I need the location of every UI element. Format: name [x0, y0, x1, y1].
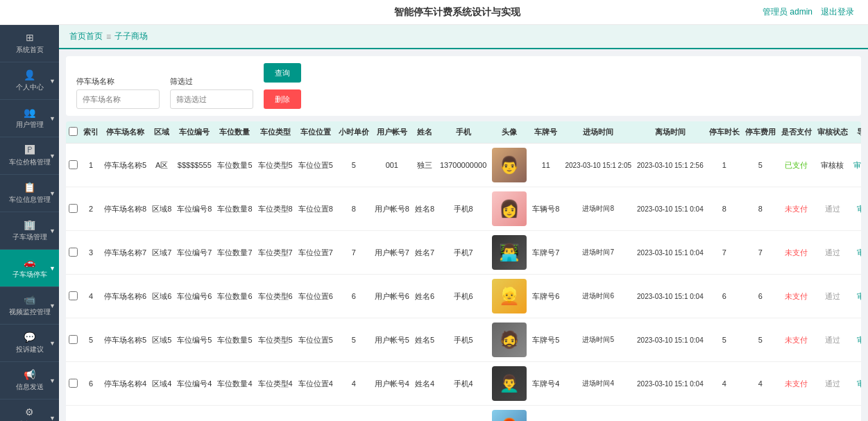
row-nickname: 姓名6 [412, 275, 437, 318]
th-space-type: 车位类型 [255, 121, 296, 144]
row-area: 区域5 [149, 318, 174, 362]
row-space-no: 车位编号5 [174, 318, 214, 362]
row-checkbox[interactable] [69, 379, 78, 388]
sidebar-item-sub-parking[interactable]: 🚗 子车场停车 ▼ [0, 250, 59, 287]
arrow-icon-8: ▼ [49, 340, 56, 347]
row-checkbox[interactable] [69, 160, 78, 169]
avatar: 👨 [492, 148, 527, 182]
import-link[interactable]: 审核核 [853, 161, 861, 169]
arrow-icon-5: ▼ [49, 227, 56, 234]
th-import: 导线 [851, 121, 861, 144]
row-nickname: 姓名3 [412, 406, 437, 422]
row-checkbox[interactable] [69, 335, 78, 344]
row-nickname: 姓名5 [412, 318, 437, 362]
import-link[interactable]: 审核 [857, 248, 861, 257]
row-space-type: 车位类型5 [255, 144, 296, 187]
admin-label: 管理员 admin [763, 6, 812, 18]
row-phone: 手机8 [437, 187, 489, 231]
logout-link[interactable]: 退出登录 [821, 6, 854, 18]
row-space-type: 车位类型6 [255, 275, 296, 318]
row-entry-time: 进场时间6 [562, 275, 634, 318]
row-hour-price: 3 [336, 406, 372, 422]
th-review: 审核状态 [815, 121, 851, 144]
row-space-pos: 车位位置4 [296, 362, 336, 406]
sidebar-item-users[interactable]: 👥 用户管理 ▼ [0, 100, 59, 137]
video-icon: 📹 [24, 294, 35, 305]
row-checkbox[interactable] [69, 204, 78, 213]
parking-icon: 🅿 [25, 144, 35, 155]
import-link[interactable]: 审核 [857, 205, 861, 213]
main-layout: ⊞ 系统首页 👤 个人中心 ▼ 👥 用户管理 ▼ 🅿 车位价格管理 ▼ 📋 车位… [0, 25, 868, 421]
search-button[interactable]: 查询 [264, 63, 301, 83]
sidebar-item-billing[interactable]: 📋 车位信息管理 ▼ [0, 175, 59, 212]
row-parking-name: 停车场名称5 [101, 318, 149, 362]
row-fee: 6 [742, 275, 778, 318]
sidebar-item-sys-mgmt[interactable]: ⚙ 系统管理 ▼ [0, 399, 59, 421]
row-entry-time: 进场时间7 [562, 231, 634, 275]
table-row: 1 停车场名称5 A区 $$$$$555 车位数量5 车位类型5 车位位置5 5… [66, 144, 861, 187]
delete-button[interactable]: 删除 [264, 89, 301, 109]
row-index: 5 [80, 318, 101, 362]
row-space-qty: 车位数量8 [214, 187, 255, 231]
row-checkbox[interactable] [69, 291, 78, 300]
row-parking-name: 停车场名称5 [101, 144, 149, 187]
row-checkbox[interactable] [69, 248, 78, 257]
arrow-icon-2: ▼ [49, 115, 56, 122]
sidebar-label-system: 系统首页 [16, 45, 44, 55]
sidebar-item-video[interactable]: 📹 视频监控管理 ▼ [0, 287, 59, 325]
page-title: 智能停车计费系统设计与实现 [394, 6, 520, 19]
th-duration: 停车时长 [706, 121, 742, 144]
row-hour-price: 8 [336, 187, 372, 231]
row-duration: 7 [706, 231, 742, 275]
row-index: 6 [80, 362, 101, 406]
row-parking-name: 停车场名称8 [101, 187, 149, 231]
row-plate: 车牌号3 [529, 406, 562, 422]
row-nickname: 姓名8 [412, 187, 437, 231]
row-paid-status: 未支付 [778, 275, 815, 318]
row-entry-time: 进场时间8 [562, 187, 634, 231]
row-review-status: 通过 [815, 275, 851, 318]
row-exit-time: 2023-03-10 15:1 0:04 [634, 187, 706, 231]
sidebar-item-notice[interactable]: 📢 信息发送 ▼ [0, 362, 59, 399]
parking-name-input[interactable] [76, 89, 160, 109]
row-fee: 3 [742, 406, 778, 422]
row-plate: 11 [529, 144, 562, 187]
import-link[interactable]: 审核 [857, 292, 861, 300]
users-icon: 👥 [24, 107, 35, 118]
row-duration: 4 [706, 362, 742, 406]
row-space-no: 车位编号4 [174, 362, 214, 406]
sidebar-item-sub-manage[interactable]: 🏢 子车场管理 ▼ [0, 212, 59, 250]
row-import: 审核 [851, 318, 861, 362]
row-phone: 手机7 [437, 231, 489, 275]
row-exit-time: 2023-03-10 15:1 2:56 [634, 144, 706, 187]
filter-input[interactable] [170, 89, 253, 109]
sidebar-item-system[interactable]: ⊞ 系统首页 [0, 25, 59, 62]
sidebar-item-feedback[interactable]: 💬 投诉建议 ▼ [0, 325, 59, 362]
row-paid-status: 未支付 [778, 187, 815, 231]
row-duration: 5 [706, 318, 742, 362]
row-phone: 手机3 [437, 406, 489, 422]
row-checkbox-cell [66, 231, 80, 275]
row-area: 区域3 [149, 406, 174, 422]
th-phone: 手机 [437, 121, 489, 144]
row-space-qty: 车位数量5 [214, 144, 255, 187]
row-paid-status: 未支付 [778, 231, 815, 275]
row-fee: 7 [742, 231, 778, 275]
th-index: 索引 [80, 121, 101, 144]
row-space-pos: 车位位置5 [296, 318, 336, 362]
row-index: 2 [80, 187, 101, 231]
import-link[interactable]: 审核 [857, 336, 861, 344]
import-link[interactable]: 审核 [857, 379, 861, 388]
breadcrumb-home[interactable]: 首页首页 [69, 31, 103, 42]
row-fee: 8 [742, 187, 778, 231]
sidebar-item-personal[interactable]: 👤 个人中心 ▼ [0, 62, 59, 100]
row-phone: 手机5 [437, 318, 489, 362]
th-space-qty: 车位数量 [214, 121, 255, 144]
select-all-checkbox[interactable] [69, 127, 78, 136]
row-checkbox-cell [66, 406, 80, 422]
row-space-no: $$$$$555 [174, 144, 214, 187]
breadcrumb-sep: ≡ [106, 32, 111, 42]
row-space-qty: 车位数量5 [214, 318, 255, 362]
sidebar-item-parking-space[interactable]: 🅿 车位价格管理 ▼ [0, 137, 59, 175]
th-exit-time: 离场时间 [634, 121, 706, 144]
